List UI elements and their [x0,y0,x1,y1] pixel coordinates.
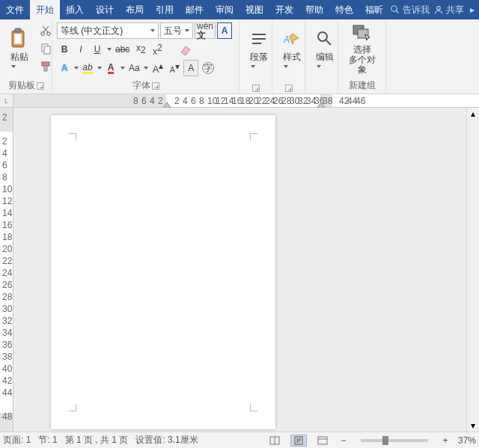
tab-review[interactable]: 审阅 [210,0,240,19]
font-name-combo[interactable]: 等线 (中文正文) [57,22,159,39]
character-shading-button[interactable]: A [183,60,198,76]
subscript-icon: x2 [136,43,146,55]
bold-button[interactable]: B [57,41,72,58]
ruler-corner[interactable]: L [0,94,13,108]
font-color-button[interactable]: A [103,60,118,76]
styles-button[interactable]: A 样式 [275,21,308,76]
clear-formatting-button[interactable] [177,41,195,58]
font-color-dropdown[interactable] [120,60,125,76]
change-case-button[interactable]: Aa [126,60,142,76]
view-web-layout[interactable] [314,435,331,447]
tab-references[interactable]: 引用 [150,0,180,19]
copy-icon [40,43,52,55]
font-dialog-launcher[interactable] [152,82,159,90]
tab-foxit[interactable]: 福昕 [359,0,389,19]
zoom-slider[interactable] [361,439,428,442]
status-bar: 页面: 1 节: 1 第 1 页 , 共 1 页 设置值: 3.1厘米 − + … [0,432,479,448]
status-setvalue[interactable]: 设置值: 3.1厘米 [135,434,198,447]
vertical-ruler[interactable]: 2246810121416182022242628303234363840424… [0,108,13,432]
vertical-scrollbar[interactable]: ▴ ▾ [466,108,479,432]
left-indent-marker[interactable] [163,100,171,108]
paragraph-dialog-launcher[interactable] [252,85,260,92]
cut-button[interactable] [37,22,54,39]
text-effects-button[interactable]: A [57,60,72,76]
svg-line-8 [43,26,49,32]
status-page[interactable]: 页面: 1 [3,434,31,447]
format-painter-button[interactable] [37,58,54,75]
horizontal-ruler[interactable]: 8642246810121416182022242628303234363842… [13,94,479,108]
editing-button[interactable]: 编辑 [308,21,341,76]
tab-design[interactable]: 设计 [90,0,120,19]
shrink-font-button[interactable]: A▾ [167,60,182,76]
tab-insert[interactable]: 插入 [60,0,90,19]
tab-file[interactable]: 文件 [0,0,30,19]
svg-line-9 [43,26,48,32]
text-effects-dropdown[interactable] [73,60,79,76]
group-styles: A 样式 [272,19,305,93]
right-indent-marker[interactable] [317,100,325,108]
group-new: 选择多个对象 新建组 [338,19,386,93]
tab-help[interactable]: 帮助 [299,0,329,19]
web-layout-icon [317,436,328,445]
tab-layout[interactable]: 布局 [120,0,150,19]
phonetic-guide-button[interactable]: wén文 [195,22,216,39]
copy-button[interactable] [37,40,54,57]
paragraph-button[interactable]: 段落 [242,21,275,76]
highlight-button[interactable]: ab [80,60,95,76]
tab-developer[interactable]: 开发 [269,0,299,19]
tab-mailings[interactable]: 邮件 [180,0,210,19]
document-canvas[interactable] [13,108,466,432]
enclose-icon: 字 [202,62,214,74]
subscript-button[interactable]: x2 [133,41,148,58]
font-size-combo[interactable]: 五号 [160,22,193,39]
underline-icon: U [94,44,101,55]
grow-font-button[interactable]: A▴ [150,60,166,76]
underline-button[interactable]: U [90,41,105,58]
share-button[interactable]: 共享 [434,4,464,16]
group-clipboard: 粘贴 剪贴板 [0,19,52,93]
user-icon [434,5,443,14]
tell-me-search[interactable]: 告诉我 [391,4,430,16]
zoom-out-button[interactable]: − [338,432,349,449]
strikethrough-button[interactable]: abc [113,41,132,58]
character-border-button[interactable]: A [217,22,232,39]
crop-mark [69,133,76,141]
svg-point-7 [47,32,50,35]
paste-button[interactable]: 粘贴 [3,21,36,76]
zoom-in-button[interactable]: + [440,432,451,449]
superscript-button[interactable]: x2 [150,41,165,58]
eraser-icon [179,43,192,55]
zoom-slider-thumb[interactable] [382,436,388,445]
italic-button[interactable]: I [73,41,88,58]
svg-rect-30 [318,437,327,444]
crop-mark [250,404,257,411]
tab-special[interactable]: 特色 [329,0,359,19]
zoom-percent[interactable]: 37% [458,435,476,446]
paste-icon [7,27,31,51]
svg-rect-5 [14,34,22,44]
shrink-font-icon: A▾ [170,61,180,74]
menu-tab-bar: 文件 开始 插入 设计 布局 引用 邮件 审阅 视图 开发 帮助 特色 福昕 告… [0,0,479,19]
underline-dropdown[interactable] [106,41,112,58]
status-pages[interactable]: 第 1 页 , 共 1 页 [65,434,129,447]
svg-rect-4 [15,28,21,32]
change-case-icon: Aa [129,63,140,73]
view-read-mode[interactable] [266,435,283,447]
overflow-chevron[interactable]: ▸ [469,4,476,15]
group-editing: 编辑 [305,19,338,93]
select-multiple-objects-button[interactable]: 选择多个对象 [341,21,382,76]
svg-rect-11 [44,46,50,54]
phonetic-icon: wén文 [197,22,213,40]
styles-dialog-launcher[interactable] [285,85,293,92]
highlight-dropdown[interactable] [97,60,102,76]
enclose-character-button[interactable]: 字 [200,60,216,76]
clipboard-group-label: 剪贴板 [8,79,35,92]
tab-home[interactable]: 开始 [30,0,60,19]
tab-view[interactable]: 视图 [240,0,269,19]
status-section[interactable]: 节: 1 [38,434,57,447]
view-print-layout[interactable] [290,435,307,447]
svg-point-18 [318,32,327,41]
clipboard-dialog-launcher[interactable] [37,82,44,90]
format-painter-icon [40,61,52,73]
change-case-dropdown[interactable] [144,60,149,76]
